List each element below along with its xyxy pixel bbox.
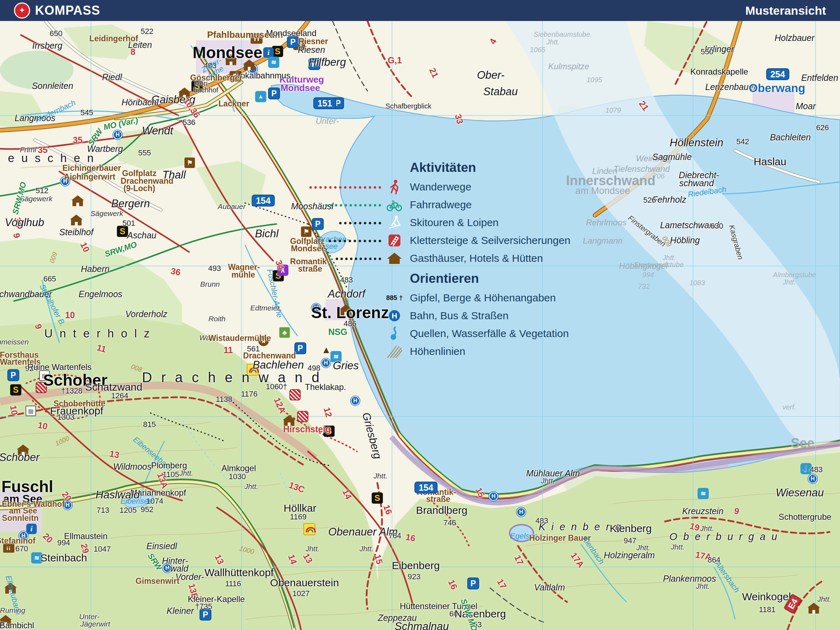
legend-item-label: Gasthäuser, Hotels & Hütten	[410, 253, 543, 264]
legend-item-bike: Fahrradwege	[383, 196, 570, 213]
legend-item-bus: HBahn, Bus & Straßen	[383, 306, 569, 324]
legend-item-label: Gipfel, Berge & Höhenangaben	[410, 292, 556, 304]
legend-item-label: Bahn, Bus & Straßen	[410, 310, 508, 322]
legend-orientation-title: Orientieren	[410, 271, 569, 286]
svg-text:H: H	[392, 311, 397, 320]
legend-item-skier: Skitouren & Loipen	[383, 213, 570, 231]
legend-item-contours: Höhenlinien	[383, 342, 569, 360]
skier-legend-icon	[386, 214, 403, 231]
legend-item-ladder: Klettersteige & Seilversicherungen	[383, 231, 570, 249]
legend-item-spring: Quellen, Wasserfälle & Vegetation	[383, 324, 569, 342]
legend-item-label: Klettersteige & Seilversicherungen	[410, 235, 570, 246]
map-viewer: { "header": { "brand": "KOMPASS", "title…	[0, 0, 840, 630]
legend-leader-line	[336, 257, 381, 260]
compass-icon: ✦	[14, 2, 30, 19]
legend-item-label: Skitouren & Loipen	[410, 217, 499, 229]
contours-legend-icon	[386, 343, 403, 360]
legend-item-peak: 885 †Gipfel, Berge & Höhenangaben	[383, 289, 569, 306]
legend-orientation: Orientieren 885 †Gipfel, Berge & Höhenan…	[383, 271, 569, 360]
legend-leader-line	[339, 222, 381, 224]
ladder-legend-icon	[386, 232, 403, 249]
legend-item-house: Gasthäuser, Hotels & Hütten	[383, 249, 570, 267]
peak-legend-icon: 885 †	[386, 289, 403, 306]
legend-activities: Aktivitäten WanderwegeFahrradwegeSkitour…	[383, 160, 570, 267]
house-legend-icon	[386, 250, 403, 267]
spring-legend-icon	[386, 325, 403, 342]
legend-leader-line	[328, 240, 381, 242]
legend-item-label: Quellen, Wasserfälle & Vegetation	[410, 328, 569, 339]
kompass-logo: ✦ KOMPASS	[14, 2, 100, 19]
legend-item-hiker: Wanderwege	[383, 178, 570, 196]
legend-activities-title: Aktivitäten	[410, 160, 570, 175]
app-header: ✦ KOMPASS Musteransicht	[0, 0, 840, 21]
bus-legend-icon: H	[386, 307, 403, 324]
legend-item-label: Fahrradwege	[410, 199, 472, 211]
bike-legend-icon	[386, 196, 403, 213]
brand-name: KOMPASS	[35, 3, 100, 18]
legend-item-label: Wanderwege	[410, 181, 471, 193]
legend-leader-line	[325, 204, 381, 207]
legend-item-label: Höhenlinien	[410, 346, 465, 357]
legend-leader-line	[309, 186, 381, 189]
page-title: Musteransicht	[745, 4, 826, 17]
hiker-legend-icon	[386, 178, 403, 195]
